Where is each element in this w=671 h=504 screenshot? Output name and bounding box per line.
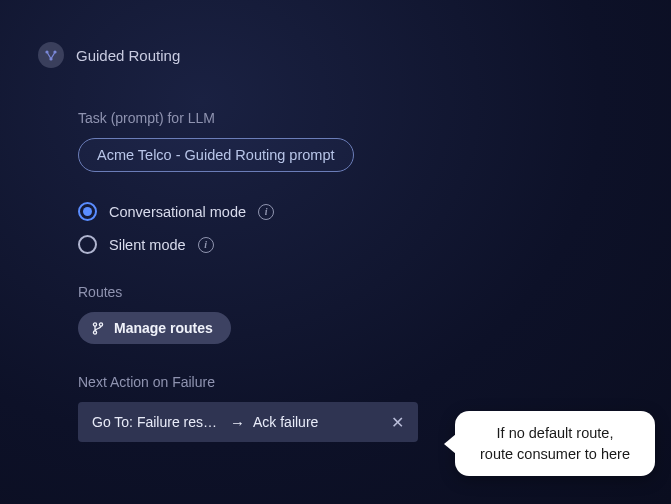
- mode-label: Conversational mode: [109, 204, 246, 220]
- arrow-right-icon: →: [230, 414, 245, 431]
- task-label: Task (prompt) for LLM: [78, 110, 633, 126]
- svg-point-5: [93, 330, 96, 333]
- failure-action-select[interactable]: Go To: Failure resp… → Ack failure ✕: [78, 402, 418, 442]
- panel-title: Guided Routing: [76, 47, 180, 64]
- clear-icon[interactable]: ✕: [387, 411, 408, 434]
- info-icon[interactable]: i: [198, 237, 214, 253]
- radio-selected-icon: [78, 202, 97, 221]
- mode-option-silent[interactable]: Silent mode i: [78, 235, 633, 254]
- radio-unselected-icon: [78, 235, 97, 254]
- manage-routes-button[interactable]: Manage routes: [78, 312, 231, 344]
- mode-label: Silent mode: [109, 237, 186, 253]
- tooltip-line-2: route consumer to here: [480, 446, 630, 462]
- routes-label: Routes: [78, 284, 633, 300]
- mode-option-conversational[interactable]: Conversational mode i: [78, 202, 633, 221]
- manage-routes-label: Manage routes: [114, 320, 213, 336]
- failure-target-text: Ack failure: [253, 414, 379, 430]
- info-icon[interactable]: i: [258, 204, 274, 220]
- routing-icon: [38, 42, 64, 68]
- panel-header: Guided Routing: [38, 42, 633, 68]
- callout-tooltip: If no default route, route consumer to h…: [455, 411, 655, 476]
- svg-point-4: [99, 322, 102, 325]
- failure-goto-text: Go To: Failure resp…: [92, 414, 222, 430]
- svg-point-3: [93, 322, 96, 325]
- branch-icon: [92, 322, 104, 335]
- tooltip-line-1: If no default route,: [497, 425, 614, 441]
- task-prompt-pill[interactable]: Acme Telco - Guided Routing prompt: [78, 138, 354, 172]
- failure-label: Next Action on Failure: [78, 374, 633, 390]
